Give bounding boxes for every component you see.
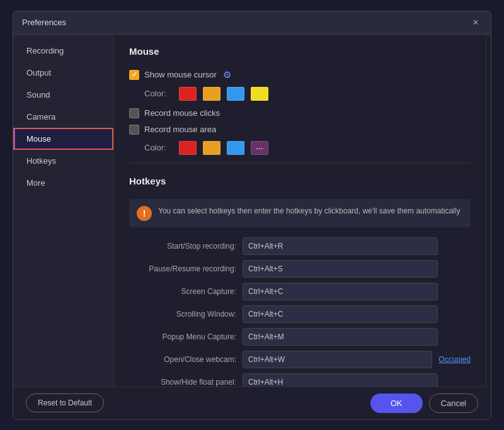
sidebar-item-camera[interactable]: Camera	[13, 106, 113, 128]
area-color-orange[interactable]	[203, 141, 220, 155]
cancel-button[interactable]: Cancel	[429, 393, 478, 413]
cursor-color-row: Color:	[129, 87, 471, 101]
hotkey-input-3[interactable]	[243, 305, 438, 323]
hotkey-label-3: Scrolling Window:	[129, 310, 236, 319]
footer: Reset to Default OK Cancel	[13, 387, 491, 419]
hotkey-row-3: Scrolling Window:	[129, 305, 471, 323]
hotkey-input-0[interactable]	[243, 237, 438, 255]
area-color-red[interactable]	[179, 141, 197, 155]
titlebar: Preferences ×	[13, 11, 491, 35]
hotkey-label-5: Open/Close webcam:	[129, 355, 236, 364]
record-clicks-checkbox[interactable]	[129, 108, 139, 118]
info-banner: ! You can select hotkeys then enter the …	[129, 199, 471, 227]
cursor-color-blue[interactable]	[227, 87, 244, 101]
info-icon: !	[137, 206, 152, 221]
hotkey-row-5: Open/Close webcam: Occupied	[129, 351, 471, 368]
hotkey-row-6: Show/Hide float panel:	[129, 373, 471, 387]
area-color-row: Color: ···	[129, 141, 471, 155]
cursor-color-red[interactable]	[179, 87, 197, 101]
sidebar: RecordingOutputSoundCameraMouseHotkeysMo…	[13, 35, 114, 387]
area-color-more[interactable]: ···	[251, 141, 268, 155]
hotkey-row-4: Popup Menu Capture:	[129, 328, 471, 346]
cursor-color-yellow[interactable]	[251, 87, 268, 101]
hotkey-input-1[interactable]	[243, 260, 438, 278]
sidebar-item-output[interactable]: Output	[13, 62, 113, 84]
sidebar-item-mouse[interactable]: Mouse	[13, 128, 113, 150]
divider-1	[129, 162, 471, 163]
hotkey-input-2[interactable]	[243, 283, 438, 300]
hotkey-input-4[interactable]	[243, 328, 438, 346]
record-area-row: Record mouse area	[129, 125, 471, 135]
record-clicks-row: Record mouse clicks	[129, 108, 471, 118]
dialog-title: Preferences	[22, 18, 66, 27]
ok-button[interactable]: OK	[370, 393, 423, 413]
hotkeys-section: Hotkeys ! You can select hotkeys then en…	[129, 176, 471, 387]
mouse-section-title: Mouse	[129, 46, 471, 60]
hotkey-label-2: Screen Capture:	[129, 287, 236, 296]
record-clicks-label: Record mouse clicks	[144, 108, 220, 118]
cursor-color-label: Color:	[144, 89, 173, 98]
info-text: You can select hotkeys then enter the ho…	[158, 205, 460, 217]
hotkey-occupied-5[interactable]: Occupied	[438, 355, 471, 364]
hotkey-input-5[interactable]	[243, 351, 432, 368]
close-button[interactable]: ×	[469, 16, 482, 29]
main-content: Mouse Show mouse cursor ⚙ Color: Record …	[114, 35, 486, 387]
cursor-color-orange[interactable]	[203, 87, 220, 101]
area-color-blue[interactable]	[227, 141, 244, 155]
preferences-dialog: Preferences × RecordingOutputSoundCamera…	[13, 11, 491, 420]
footer-right: OK Cancel	[370, 393, 478, 413]
dialog-body: RecordingOutputSoundCameraMouseHotkeysMo…	[13, 35, 491, 387]
sidebar-item-sound[interactable]: Sound	[13, 84, 113, 106]
record-area-label: Record mouse area	[144, 125, 216, 134]
hotkey-label-4: Popup Menu Capture:	[129, 332, 236, 341]
area-color-label: Color:	[144, 143, 173, 152]
hotkey-input-6[interactable]	[243, 373, 438, 387]
show-cursor-row: Show mouse cursor ⚙	[129, 69, 471, 81]
record-area-checkbox[interactable]	[129, 125, 139, 135]
reset-button[interactable]: Reset to Default	[26, 393, 104, 412]
hotkey-label-6: Show/Hide float panel:	[129, 378, 236, 387]
show-cursor-checkbox[interactable]	[129, 70, 139, 80]
hotkey-row-1: Pause/Resume recording:	[129, 260, 471, 278]
hotkey-row-2: Screen Capture:	[129, 283, 471, 300]
hotkey-label-0: Start/Stop recording:	[129, 242, 236, 251]
hotkeys-section-title: Hotkeys	[129, 176, 471, 190]
sidebar-item-hotkeys[interactable]: Hotkeys	[13, 150, 113, 172]
sidebar-item-more[interactable]: More	[13, 172, 113, 194]
hotkey-label-1: Pause/Resume recording:	[129, 264, 236, 273]
show-cursor-label: Show mouse cursor	[144, 70, 217, 79]
hotkey-row-0: Start/Stop recording:	[129, 237, 471, 255]
scrollbar[interactable]	[486, 35, 491, 387]
sidebar-item-recording[interactable]: Recording	[13, 40, 113, 62]
gear-icon[interactable]: ⚙	[223, 69, 231, 81]
